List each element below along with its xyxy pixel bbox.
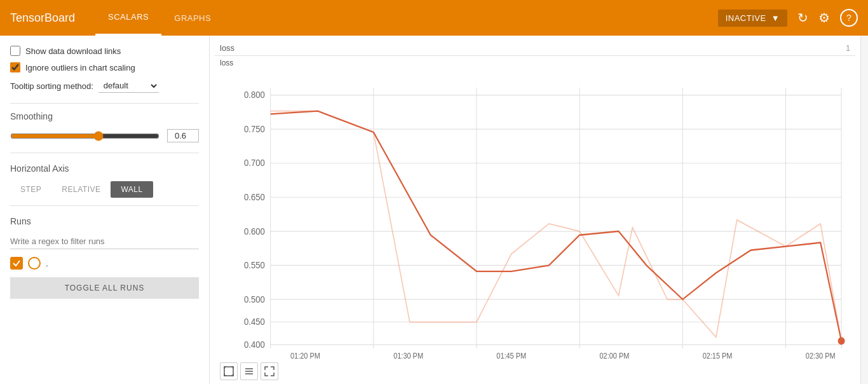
chart-container: 0.800 0.750 0.700 0.650 0.600 0.550 0.50… [215, 72, 855, 360]
ignore-outliers-label: Ignore outliers in chart scaling [25, 63, 135, 72]
list-icon [244, 366, 254, 376]
tooltip-label: Tooltip sorting method: [10, 81, 93, 91]
divider-1 [10, 103, 199, 104]
zoom-fit-button[interactable] [220, 362, 238, 380]
x-axis-labels: 01:20 PM September 22, 2018 01:30 PM Sep… [274, 352, 852, 360]
show-download-row: Show data download links [10, 46, 199, 56]
chart-bottom-icons [215, 360, 855, 383]
divider-2 [10, 153, 199, 153]
axis-wall-button[interactable]: WALL [111, 181, 153, 198]
svg-text:0.550: 0.550 [244, 261, 265, 271]
header-right: INACTIVE ▼ ↻ ⚙ ? [718, 9, 858, 27]
chart-area: loss 1 loss [210, 36, 860, 384]
svg-text:0.750: 0.750 [244, 124, 265, 134]
y-axis-labels: 0.800 0.750 0.700 0.650 0.600 0.550 0.50… [244, 90, 265, 350]
smoothing-input[interactable] [167, 129, 199, 142]
nav-graphs[interactable]: GRAPHS [161, 0, 224, 36]
tooltip-row: Tooltip sorting method: default ascendin… [10, 79, 199, 93]
nav-scalars[interactable]: SCALARS [95, 0, 161, 36]
svg-text:02:15 PM: 02:15 PM [703, 352, 733, 359]
sidebar: Show data download links Ignore outliers… [0, 36, 210, 384]
axis-step-button[interactable]: STEP [10, 181, 51, 198]
axis-relative-button[interactable]: RELATIVE [51, 181, 111, 198]
horizontal-axis-section: Horizontal Axis STEP RELATIVE WALL [10, 163, 199, 198]
smoothing-section: Smoothing [10, 111, 199, 142]
main-nav: SCALARS GRAPHS [95, 0, 718, 36]
ignore-outliers-checkbox[interactable] [10, 62, 20, 72]
list-view-button[interactable] [240, 362, 258, 380]
endpoint-dot [838, 337, 845, 345]
header: TensorBoard SCALARS GRAPHS INACTIVE ▼ ↻ … [0, 0, 868, 36]
svg-text:02:30 PM: 02:30 PM [806, 352, 836, 359]
chart-scrollbar[interactable] [860, 36, 868, 384]
toggle-all-runs-button[interactable]: TOGGLE ALL RUNS [10, 277, 199, 299]
runs-label: Runs [10, 216, 199, 226]
horizontal-axis-label: Horizontal Axis [10, 163, 199, 174]
divider-3 [10, 205, 199, 206]
ignore-outliers-row: Ignore outliers in chart scaling [10, 62, 199, 72]
status-dropdown[interactable]: INACTIVE ▼ [718, 10, 787, 27]
smoothing-label: Smoothing [10, 111, 199, 121]
runs-filter-input[interactable] [10, 234, 199, 249]
grid-lines-v [271, 88, 841, 348]
show-download-checkbox[interactable] [10, 46, 20, 56]
svg-text:0.600: 0.600 [244, 226, 265, 237]
svg-text:0.500: 0.500 [244, 294, 265, 305]
svg-text:0.400: 0.400 [244, 339, 265, 350]
settings-icon[interactable]: ⚙ [818, 10, 830, 25]
chart-series-label: loss [215, 56, 855, 70]
loss-chart: 0.800 0.750 0.700 0.650 0.600 0.550 0.50… [215, 72, 855, 360]
chart-number: 1 [846, 44, 850, 53]
app-logo: TensorBoard [10, 11, 75, 25]
chart-title-bar: loss 1 [215, 41, 855, 56]
expand-icon [264, 366, 275, 376]
run-radio-unchecked[interactable] [28, 257, 41, 270]
svg-text:0.800: 0.800 [244, 90, 265, 100]
run-checkbox-checked[interactable] [10, 257, 23, 270]
svg-text:02:00 PM: 02:00 PM [599, 352, 629, 359]
grid-lines [271, 95, 841, 345]
run-item: . [10, 257, 199, 270]
refresh-icon[interactable]: ↻ [797, 10, 808, 25]
zoom-fit-icon [224, 366, 234, 376]
svg-text:0.450: 0.450 [244, 317, 265, 327]
svg-text:01:20 PM: 01:20 PM [290, 352, 320, 359]
raw-line [271, 111, 841, 341]
smoothing-slider[interactable] [10, 131, 159, 141]
show-download-label: Show data download links [25, 46, 121, 56]
svg-rect-37 [224, 367, 233, 376]
checkmark-icon [12, 259, 21, 268]
svg-text:01:45 PM: 01:45 PM [496, 352, 526, 359]
svg-text:0.650: 0.650 [244, 193, 265, 203]
help-icon[interactable]: ? [840, 9, 858, 27]
tooltip-select[interactable]: default ascending descending nearest [98, 79, 159, 93]
run-dot-label: . [46, 259, 48, 268]
svg-text:0.700: 0.700 [244, 158, 265, 168]
expand-button[interactable] [261, 362, 278, 380]
runs-section: Runs . TOGGLE ALL RUNS [10, 216, 199, 299]
main-layout: Show data download links Ignore outliers… [0, 36, 868, 384]
svg-text:01:30 PM: 01:30 PM [393, 352, 423, 359]
axis-buttons: STEP RELATIVE WALL [10, 181, 199, 198]
smoothing-row [10, 129, 199, 142]
chart-title: loss [220, 43, 234, 53]
